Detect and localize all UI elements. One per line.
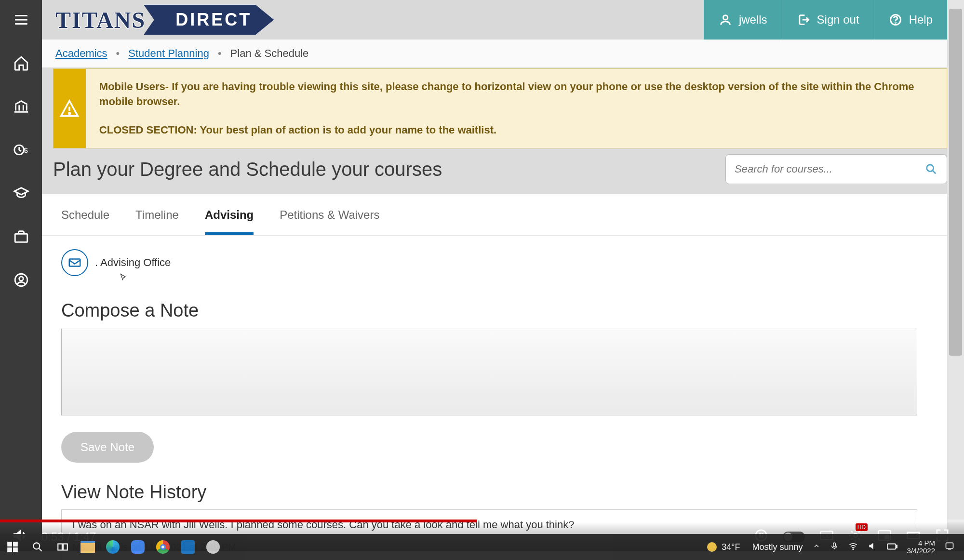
tab-timeline[interactable]: Timeline: [135, 208, 179, 235]
graduation-cap-icon[interactable]: [12, 184, 30, 202]
tabstrip: Schedule Timeline Advising Petitions & W…: [42, 194, 947, 236]
history-heading: View Note History: [61, 482, 928, 503]
svg-rect-20: [7, 542, 12, 547]
breadcrumb-student-planning[interactable]: Student Planning: [128, 47, 209, 60]
svg-point-4: [19, 277, 23, 281]
sign-out-button[interactable]: Sign out: [782, 0, 874, 40]
browser-scrollbar[interactable]: [947, 0, 964, 534]
save-note-button[interactable]: Save Note: [61, 432, 154, 463]
taskbar-file-explorer[interactable]: [75, 534, 100, 560]
course-search[interactable]: [725, 154, 947, 184]
svg-rect-27: [833, 543, 835, 547]
svg-rect-21: [13, 542, 18, 547]
tray-wifi-icon[interactable]: [848, 541, 858, 553]
svg-rect-31: [946, 543, 953, 548]
compose-heading: Compose a Note: [61, 300, 928, 321]
menu-icon[interactable]: [12, 11, 30, 29]
tab-petitions[interactable]: Petitions & Waivers: [280, 208, 379, 235]
task-view-icon[interactable]: [50, 534, 75, 560]
svg-rect-25: [58, 544, 62, 550]
home-icon[interactable]: [12, 54, 30, 72]
time-money-icon[interactable]: $: [12, 141, 30, 159]
logo-text-right: DIRECT: [144, 5, 274, 35]
svg-rect-10: [69, 259, 80, 267]
sign-out-label: Sign out: [817, 13, 859, 27]
taskbar-weather[interactable]: 34°F Mostly sunny: [707, 542, 803, 552]
user-circle-icon[interactable]: [12, 271, 30, 289]
sign-out-icon: [797, 13, 810, 27]
tray-battery-icon[interactable]: [887, 542, 897, 552]
user-icon: [719, 13, 732, 27]
page-title: Plan your Degree and Schedule your cours…: [53, 159, 442, 180]
help-icon: [889, 13, 902, 27]
tab-advising[interactable]: Advising: [205, 208, 254, 235]
svg-point-5: [723, 15, 727, 20]
bank-icon[interactable]: [12, 97, 30, 116]
warning-icon: [54, 69, 86, 148]
taskbar-snip[interactable]: [201, 534, 226, 560]
briefcase-icon[interactable]: [12, 227, 30, 246]
tray-chevron-icon[interactable]: [813, 542, 820, 552]
taskbar-edge[interactable]: [100, 534, 125, 560]
svg-rect-23: [13, 547, 18, 552]
tray-notifications-icon[interactable]: [945, 541, 954, 553]
taskbar-clock[interactable]: 4 PM 3/4/2022: [907, 539, 935, 555]
svg-rect-29: [887, 544, 896, 549]
taskbar-zoom[interactable]: [125, 534, 150, 560]
breadcrumb-academics[interactable]: Academics: [55, 47, 107, 60]
search-icon[interactable]: [924, 162, 938, 176]
compose-note-textarea[interactable]: [61, 329, 917, 415]
advisor-mail-button[interactable]: [61, 249, 88, 276]
weather-sun-icon: [707, 542, 717, 552]
svg-point-8: [69, 113, 70, 114]
taskbar-outlook[interactable]: [175, 534, 201, 560]
username-label: jwells: [739, 13, 767, 27]
svg-rect-22: [7, 547, 12, 552]
logo-text-left: TITANS: [55, 7, 146, 33]
windows-taskbar: 34°F Mostly sunny 4 PM 3/4/2022: [0, 534, 964, 560]
help-button[interactable]: Help: [874, 0, 947, 40]
breadcrumb-current: Plan & Schedule: [230, 47, 309, 60]
app-logo[interactable]: TITANS DIRECT: [55, 5, 274, 35]
taskbar-search-icon[interactable]: [25, 534, 50, 560]
user-menu[interactable]: jwells: [704, 0, 782, 40]
warning-banner: Mobile Users- If you are having trouble …: [53, 68, 947, 148]
svg-rect-26: [63, 544, 67, 550]
svg-rect-30: [896, 545, 897, 548]
svg-text:$: $: [24, 147, 27, 154]
breadcrumb: Academics • Student Planning • Plan & Sc…: [42, 40, 947, 67]
tab-schedule[interactable]: Schedule: [61, 208, 109, 235]
start-button[interactable]: [0, 534, 25, 560]
help-label: Help: [909, 13, 933, 27]
tray-volume-icon[interactable]: [868, 541, 877, 553]
mail-icon: [67, 255, 82, 270]
taskbar-chrome[interactable]: [150, 534, 175, 560]
svg-point-9: [927, 165, 934, 172]
svg-point-28: [853, 548, 854, 549]
search-input[interactable]: [735, 163, 924, 175]
tray-mic-icon[interactable]: [830, 542, 839, 553]
advisor-name: . Advising Office: [95, 256, 171, 269]
top-bar: TITANS DIRECT jwells Sign out Help: [42, 0, 947, 40]
alert-line-2: CLOSED SECTION: Your best plan of action…: [99, 123, 933, 138]
scrollbar-thumb[interactable]: [949, 9, 962, 356]
svg-rect-2: [15, 234, 27, 242]
alert-line-1: Mobile Users- If you are having trouble …: [99, 80, 933, 109]
main-panel: Schedule Timeline Advising Petitions & W…: [42, 194, 947, 534]
cursor-icon: [119, 273, 129, 283]
svg-point-7: [895, 22, 896, 23]
svg-point-24: [33, 543, 40, 549]
left-nav-rail: $: [0, 0, 42, 534]
hd-badge: HD: [856, 523, 868, 531]
